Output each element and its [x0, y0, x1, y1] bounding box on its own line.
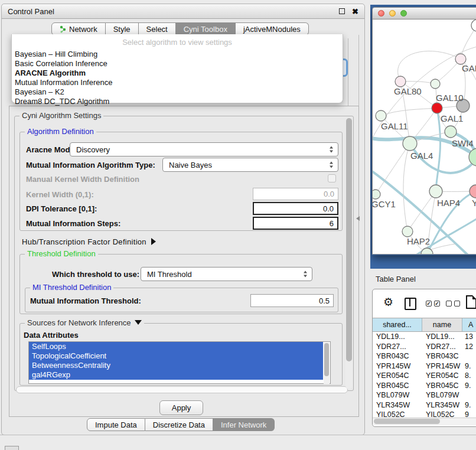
deselect-all-checkboxes-icon[interactable]: [446, 301, 460, 306]
close-icon[interactable]: ✖: [352, 8, 358, 15]
table-cell: YBL079W: [422, 391, 462, 399]
network-node-GAL1[interactable]: [432, 103, 442, 113]
tab-network[interactable]: Network: [51, 22, 106, 35]
table-row[interactable]: YDR27...YDR27...12: [373, 342, 476, 352]
scrollbar-thumb[interactable]: [374, 419, 440, 424]
network-edge: [436, 108, 440, 191]
table-cell: YPR145W: [373, 362, 422, 370]
tab-infer-network[interactable]: Infer Network: [213, 418, 275, 431]
attribute-item-selected[interactable]: TopologicalCoefficient: [29, 351, 323, 361]
threshold-definition-group: Threshold Definition Which threshold to …: [19, 254, 343, 314]
minimized-panel-icon[interactable]: [5, 446, 19, 450]
attribute-item-selected[interactable]: BetweennessCentrality: [29, 361, 323, 370]
table-cell: 9.: [462, 381, 476, 390]
network-tab-icon: [60, 25, 66, 33]
aracne-mode-select[interactable]: Discovery: [70, 142, 338, 156]
table-panel-window: ⚙ ✓✓ shared... name A YDL19...YDL19...13…: [372, 289, 476, 427]
table-cell: YDL19...: [422, 332, 462, 341]
column-header-name[interactable]: name: [422, 318, 462, 331]
tab-discretize-data[interactable]: Discretize Data: [145, 418, 213, 431]
horizontal-scrollbar[interactable]: [16, 386, 348, 393]
vertical-scrollbar[interactable]: [345, 118, 353, 389]
tab-impute-data[interactable]: Impute Data: [87, 418, 145, 431]
tab-jactivemnodules[interactable]: jActiveMNodules: [236, 22, 309, 35]
dpi-tolerance-field[interactable]: 0.0: [253, 202, 338, 215]
table-cell: YBR043C: [373, 352, 422, 360]
attribute-item-selected[interactable]: SelfLoops: [29, 342, 323, 351]
network-window: GAL7GAL80GAL10GAL1GAL11SWI4GAL4YHAP4GCY1…: [372, 7, 476, 255]
scrollbar-thumb[interactable]: [346, 118, 352, 361]
apply-button[interactable]: Apply: [159, 400, 203, 415]
float-window-icon[interactable]: [339, 8, 345, 14]
network-edge: [407, 191, 436, 231]
network-node-node-top[interactable]: [471, 19, 476, 31]
algorithm-option[interactable]: Mutual Information Inference: [12, 78, 343, 87]
column-header-shared[interactable]: shared...: [373, 318, 422, 331]
close-traffic-light-icon[interactable]: [378, 10, 384, 17]
algorithm-dropdown-popup: Select algorithm to view settings Bayesi…: [11, 34, 343, 103]
tab-cyni-toolbox-label: Cyni Toolbox: [184, 25, 227, 34]
table-cell: 13: [462, 332, 476, 341]
aracne-mode-value: Discovery: [76, 145, 110, 154]
network-node-GAL80[interactable]: [395, 76, 406, 87]
checked-box-icon: ✓: [426, 301, 432, 306]
network-node-GAL4[interactable]: [403, 136, 417, 151]
columns-icon[interactable]: [405, 298, 416, 310]
zoom-traffic-light-icon[interactable]: [400, 10, 407, 17]
network-node-GAL11[interactable]: [376, 110, 386, 121]
tab-style[interactable]: Style: [106, 22, 139, 35]
tab-select[interactable]: Select: [139, 22, 176, 35]
network-node-HAP4[interactable]: [429, 185, 442, 198]
network-node-GCY1[interactable]: [373, 190, 380, 199]
which-threshold-label: Which threshold to use:: [52, 270, 139, 279]
algorithm-option[interactable]: Basic Correlation Inference: [12, 59, 343, 69]
mi-threshold-definition-group: MI Threshold Definition Mutual Informati…: [25, 288, 338, 312]
algorithm-option-highlighted[interactable]: ARACNE Algorithm: [12, 69, 343, 78]
hub-tf-definition-expander[interactable]: Hub/Transcription Factor Definition: [22, 237, 156, 246]
dock-divider: [0, 435, 476, 435]
column-header-a[interactable]: A: [462, 318, 476, 331]
node-label-GAL4: GAL4: [410, 151, 433, 161]
algorithm-option[interactable]: Bayesian – K2: [12, 87, 343, 97]
list-vertical-scrollbar[interactable]: [324, 343, 330, 384]
table-row[interactable]: YBL079WYBL079W: [373, 390, 476, 400]
algorithm-option[interactable]: Bayesian – Hill Climbing: [12, 50, 343, 59]
cyni-toolbox-panel: Cyni Algorithm Settings Algorithm Defini…: [9, 106, 359, 417]
network-canvas[interactable]: GAL7GAL80GAL10GAL1GAL11SWI4GAL4YHAP4GCY1…: [372, 19, 476, 255]
mi-steps-field[interactable]: 6: [253, 217, 338, 230]
kernel-width-label: Kernel Width (0,1):: [26, 190, 94, 199]
network-node-node-b1[interactable]: [421, 248, 433, 255]
control-panel-title: Control Panel: [8, 7, 54, 16]
network-window-titlebar[interactable]: [372, 7, 476, 19]
network-node-node-g1[interactable]: [431, 79, 440, 89]
tab-cyni-toolbox[interactable]: Cyni Toolbox: [176, 22, 236, 35]
which-threshold-select[interactable]: MI Threshold: [141, 267, 312, 281]
table-horizontal-scrollbar[interactable]: [373, 418, 476, 425]
manual-kernel-width-checkbox[interactable]: [328, 174, 336, 182]
table-row[interactable]: YER054CYER054C8.: [373, 371, 476, 381]
table-row[interactable]: YDL19...YDL19...13: [373, 332, 476, 342]
scrollbar-thumb[interactable]: [324, 343, 329, 376]
table-row[interactable]: YLR345WYLR345W9.: [373, 400, 476, 410]
algorithm-option[interactable]: Dream8 DC_TDC Algorithm: [12, 97, 343, 106]
table-row[interactable]: YPR145WYPR145W9.: [373, 361, 476, 371]
network-node-node-pink[interactable]: [470, 185, 476, 198]
network-node-HAP2[interactable]: [402, 226, 413, 237]
gear-icon[interactable]: ⚙: [383, 296, 393, 308]
mi-algorithm-type-label: Mutual Information Algorithm Type:: [26, 161, 155, 169]
table-row[interactable]: YBR045CYBR045C9.: [373, 381, 476, 391]
mi-threshold-field[interactable]: 0.5: [250, 294, 334, 307]
attribute-item-selected[interactable]: gal4RGexp: [29, 370, 323, 380]
unchecked-box-icon: [454, 301, 460, 306]
node-label-HAP2: HAP2: [407, 236, 430, 246]
sources-title[interactable]: Sources for Network Inference: [25, 318, 144, 327]
minimize-traffic-light-icon[interactable]: [389, 10, 396, 17]
mi-algorithm-type-select[interactable]: Naive Bayes: [162, 158, 338, 172]
mi-threshold-label: Mutual Information Threshold:: [30, 296, 141, 305]
file-icon[interactable]: [466, 295, 476, 309]
network-node-SWI4[interactable]: [445, 126, 457, 138]
table-row[interactable]: YBR043CYBR043C: [373, 351, 476, 361]
bottom-tabs: Impute Data Discretize Data Infer Networ…: [87, 418, 275, 431]
select-all-checkboxes-icon[interactable]: ✓✓: [426, 301, 440, 306]
tab-style-label: Style: [113, 25, 131, 34]
